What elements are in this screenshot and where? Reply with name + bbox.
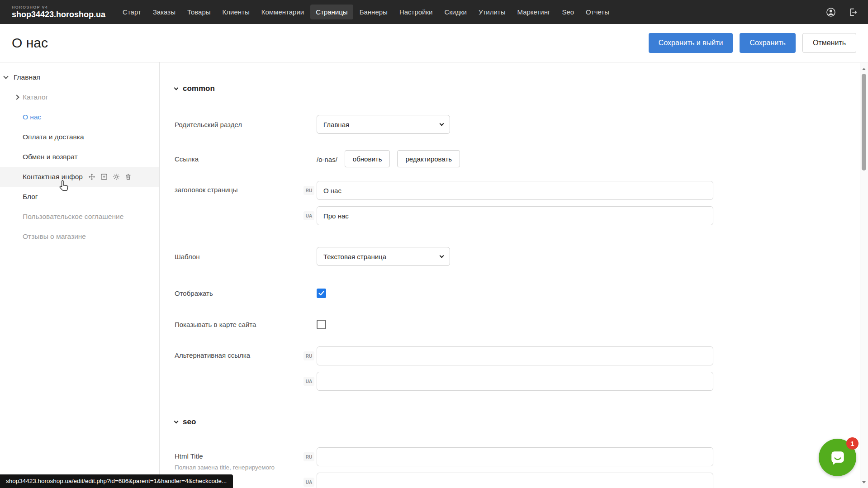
logo-version-label: HOROSHOP V4 <box>12 5 105 9</box>
save-and-exit-button[interactable]: Сохранить и выйти <box>649 33 733 53</box>
tree-item-payment-delivery[interactable]: Оплата и доставка <box>0 127 159 147</box>
nav-item-orders[interactable]: Заказы <box>147 5 181 19</box>
parent-section-row: Родительский раздел Главная <box>175 115 868 134</box>
nav-item-settings[interactable]: Настройки <box>394 5 438 19</box>
tree-item-home[interactable]: Главная <box>0 67 159 87</box>
vertical-scrollbar[interactable] <box>860 63 868 488</box>
tree-item-label: Контактная инфор <box>23 173 83 181</box>
parent-section-label: Родительский раздел <box>175 121 317 128</box>
html-title-label: Html Title <box>175 452 317 460</box>
lang-tag-ru: RU <box>304 186 314 195</box>
tree-item-label: Отзывы о магазине <box>23 232 86 241</box>
horoshop-admin-page: HOROSHOP V4 shop34423.horoshop.ua Старт … <box>0 0 868 488</box>
tree-item-about-selected[interactable]: О нас <box>0 107 159 127</box>
section-common[interactable]: common <box>175 84 868 93</box>
template-value: Текстовая страница <box>323 253 386 261</box>
nav-item-seo[interactable]: Seo <box>556 5 579 19</box>
content-area: Главная Каталог О нас Оплата и доставка … <box>0 62 868 488</box>
html-title-ru-input[interactable] <box>317 447 713 466</box>
tree-item-store-reviews[interactable]: Отзывы о магазине <box>0 227 159 246</box>
logo-domain: shop34423.horoshop.ua <box>12 10 105 19</box>
nav-right-icons <box>825 7 868 18</box>
html-title-hint: Полная замена title, генерируемого <box>175 464 310 472</box>
parent-section-select[interactable]: Главная <box>317 115 450 134</box>
alt-link-label: Альтернативная ссылка <box>175 346 317 359</box>
scrollbar-up-arrow[interactable] <box>860 65 868 72</box>
tree-item-catalog[interactable]: Каталог <box>0 87 159 107</box>
page-title-ua-input[interactable] <box>317 206 713 225</box>
section-common-label: common <box>183 84 215 93</box>
link-edit-button[interactable]: редактировать <box>397 150 460 167</box>
html-title-ua-input[interactable] <box>317 473 713 488</box>
account-icon[interactable] <box>825 7 836 18</box>
nav-item-start[interactable]: Старт <box>117 5 147 19</box>
chevron-down-icon <box>174 419 179 423</box>
logout-icon[interactable] <box>848 7 858 17</box>
section-seo[interactable]: seo <box>175 417 868 426</box>
parent-section-value: Главная <box>323 121 349 128</box>
template-select[interactable]: Текстовая страница <box>317 247 450 266</box>
nav-item-clients[interactable]: Клиенты <box>217 5 255 19</box>
chat-widget[interactable]: 1 <box>819 439 856 476</box>
tree-item-label: Блог <box>23 193 38 201</box>
nav-item-utilities[interactable]: Утилиты <box>473 5 511 19</box>
html-title-label-block: Html Title Полная замена title, генериру… <box>175 447 317 472</box>
display-row: Отображать <box>175 289 868 298</box>
lang-tag-ua: UA <box>304 478 314 487</box>
move-icon[interactable] <box>88 173 96 181</box>
tree-item-label: О нас <box>23 113 41 121</box>
scrollbar-thumb[interactable] <box>862 74 866 171</box>
cancel-button[interactable]: Отменить <box>802 33 856 53</box>
alt-link-ua-input[interactable] <box>317 372 713 391</box>
chevron-right-icon[interactable] <box>14 95 19 99</box>
tree-item-user-agreement[interactable]: Пользовательское соглашение <box>0 207 159 227</box>
link-path: /o-nas/ <box>317 155 337 163</box>
sitemap-row: Показывать в карте сайта <box>175 320 868 329</box>
html-title-row: Html Title Полная замена title, генериру… <box>175 447 868 488</box>
nav-item-discounts[interactable]: Скидки <box>439 5 472 19</box>
nav-menu: Старт Заказы Товары Клиенты Комментарии … <box>117 5 615 19</box>
tree-item-label: Главная <box>14 73 40 81</box>
tree-item-label: Пользовательское соглашение <box>23 213 123 221</box>
alt-link-ru-input[interactable] <box>317 346 713 365</box>
section-seo-label: seo <box>183 417 196 426</box>
link-label: Ссылка <box>175 155 317 163</box>
nav-item-products[interactable]: Товары <box>182 5 216 19</box>
page-header: О нас Сохранить и выйти Сохранить Отмени… <box>0 24 868 62</box>
template-label: Шаблон <box>175 253 317 261</box>
nav-item-marketing[interactable]: Маркетинг <box>512 5 555 19</box>
lang-tag-ua: UA <box>304 211 314 220</box>
save-button[interactable]: Сохранить <box>740 33 796 53</box>
nav-item-banners[interactable]: Баннеры <box>354 5 393 19</box>
sitemap-label: Показывать в карте сайта <box>175 321 317 328</box>
chat-bubble-icon <box>828 448 848 468</box>
nav-item-pages[interactable]: Страницы <box>310 5 353 19</box>
scrollbar-down-arrow[interactable] <box>860 479 868 486</box>
link-update-button[interactable]: обновить <box>345 150 390 167</box>
tree-item-contact-info-hovered[interactable]: Контактная инфор <box>0 167 159 187</box>
chat-unread-badge: 1 <box>846 437 859 450</box>
display-checkbox-checked[interactable] <box>317 289 326 298</box>
sitemap-checkbox-unchecked[interactable] <box>317 320 326 329</box>
nav-item-comments[interactable]: Комментарии <box>256 5 309 19</box>
tree-item-label: Каталог <box>23 93 48 101</box>
header-actions: Сохранить и выйти Сохранить Отменить <box>649 33 856 53</box>
lang-tag-ru: RU <box>304 351 314 360</box>
display-label: Отображать <box>175 289 317 297</box>
tree-item-blog[interactable]: Блог <box>0 187 159 207</box>
lang-tag-ua: UA <box>304 377 314 386</box>
settings-gear-icon[interactable] <box>112 173 120 181</box>
page-edit-form: common Родительский раздел Главная Ссылк… <box>160 62 868 488</box>
tree-item-exchange-return[interactable]: Обмен и возврат <box>0 147 159 167</box>
tree-item-actions <box>88 173 132 181</box>
chevron-down-icon <box>174 85 179 90</box>
chevron-down-icon <box>440 121 444 126</box>
delete-trash-icon[interactable] <box>124 173 132 181</box>
logo[interactable]: HOROSHOP V4 shop34423.horoshop.ua <box>0 5 105 19</box>
template-row: Шаблон Текстовая страница <box>175 247 868 266</box>
nav-item-reports[interactable]: Отчеты <box>580 5 615 19</box>
page-title-ru-input[interactable] <box>317 181 713 200</box>
chevron-down-icon[interactable] <box>4 76 14 78</box>
add-subpage-icon[interactable] <box>100 173 108 181</box>
alt-link-row: Альтернативная ссылка RU UA <box>175 346 868 391</box>
